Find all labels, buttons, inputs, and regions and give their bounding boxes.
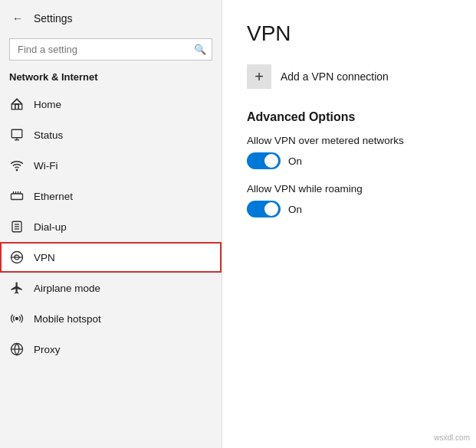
sidebar-item-airplane[interactable]: Airplane mode xyxy=(0,273,222,303)
toggle-metered[interactable] xyxy=(247,152,281,169)
watermark: wsxdl.com xyxy=(434,433,470,442)
toggle-roaming-label: On xyxy=(288,204,302,215)
svg-rect-0 xyxy=(11,104,22,110)
sidebar-item-status-label: Status xyxy=(34,129,63,141)
search-input[interactable] xyxy=(9,38,212,60)
main-content: VPN + Add a VPN connection Advanced Opti… xyxy=(222,0,476,448)
sidebar-title: Settings xyxy=(34,12,73,25)
svg-point-16 xyxy=(16,318,18,320)
proxy-icon xyxy=(9,342,25,357)
sidebar-item-status[interactable]: Status xyxy=(0,119,222,150)
add-icon: + xyxy=(247,64,271,89)
advanced-options-title: Advanced Options xyxy=(247,110,451,124)
search-box: 🔍 xyxy=(9,38,212,60)
option1-label: Allow VPN over metered networks xyxy=(247,135,451,146)
sidebar-item-hotspot-label: Mobile hotspot xyxy=(34,313,101,325)
sidebar: ← Settings 🔍 Network & Internet Home xyxy=(0,0,222,448)
sidebar-item-wifi[interactable]: Wi-Fi xyxy=(0,150,222,181)
sidebar-item-ethernet[interactable]: Ethernet xyxy=(0,181,222,211)
add-vpn-button[interactable]: + Add a VPN connection xyxy=(247,61,389,92)
add-vpn-label: Add a VPN connection xyxy=(281,70,389,83)
airplane-icon xyxy=(9,280,25,296)
svg-rect-1 xyxy=(11,129,22,138)
hotspot-icon xyxy=(9,311,25,326)
sidebar-item-dialup[interactable]: Dial-up xyxy=(0,211,222,242)
toggle-row-2: On xyxy=(247,201,451,217)
sidebar-item-ethernet-label: Ethernet xyxy=(34,191,73,202)
sidebar-item-vpn[interactable]: VPN xyxy=(0,242,222,273)
back-button[interactable]: ← xyxy=(9,11,26,26)
page-title: VPN xyxy=(247,21,451,46)
sidebar-item-proxy[interactable]: Proxy xyxy=(0,334,222,365)
status-icon xyxy=(9,127,25,142)
sidebar-item-wifi-label: Wi-Fi xyxy=(34,160,57,172)
wifi-icon xyxy=(9,158,25,173)
sidebar-item-home-label: Home xyxy=(34,99,61,110)
sidebar-header: ← Settings xyxy=(0,0,222,34)
section-label: Network & Internet xyxy=(0,68,222,89)
toggle-roaming[interactable] xyxy=(247,201,281,217)
sidebar-item-vpn-label: VPN xyxy=(34,252,55,263)
ethernet-icon xyxy=(9,188,25,204)
sidebar-item-dialup-label: Dial-up xyxy=(34,221,67,233)
vpn-icon xyxy=(9,250,25,265)
sidebar-item-home[interactable]: Home xyxy=(0,89,222,119)
home-icon xyxy=(9,96,25,112)
sidebar-item-hotspot[interactable]: Mobile hotspot xyxy=(0,303,222,334)
toggle-metered-label: On xyxy=(288,155,302,167)
svg-rect-5 xyxy=(11,194,23,200)
dialup-icon xyxy=(9,219,25,234)
svg-point-4 xyxy=(16,169,18,171)
sidebar-item-proxy-label: Proxy xyxy=(34,344,61,355)
toggle-row-1: On xyxy=(247,152,451,169)
sidebar-item-airplane-label: Airplane mode xyxy=(34,283,100,294)
option2-label: Allow VPN while roaming xyxy=(247,183,451,195)
search-icon: 🔍 xyxy=(194,44,206,55)
